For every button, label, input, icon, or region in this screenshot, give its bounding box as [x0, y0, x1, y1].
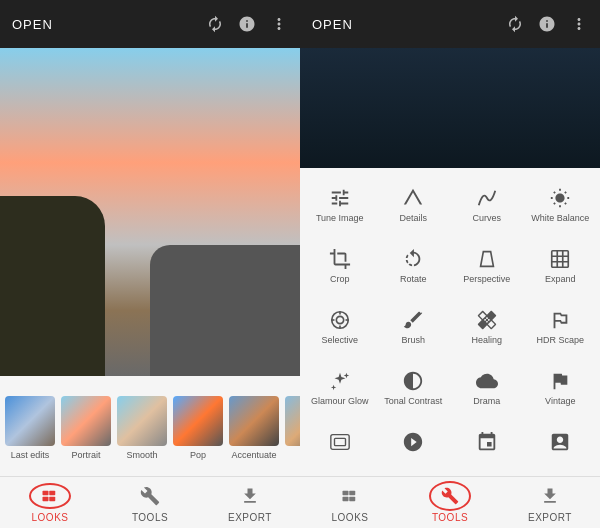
tool-brush[interactable]: Brush: [378, 298, 450, 357]
tool-white-balance[interactable]: White Balance: [525, 176, 597, 235]
left-header-title: OPEN: [12, 17, 206, 32]
filter-thumb: [61, 396, 111, 446]
tool-extra1[interactable]: [304, 420, 376, 468]
tool-details[interactable]: Details: [378, 176, 450, 235]
tool-vintage[interactable]: Vintage: [525, 359, 597, 418]
right-rotate-icon[interactable]: [506, 15, 524, 33]
photo: [0, 48, 300, 376]
left-more-icon[interactable]: [270, 15, 288, 33]
left-nav-looks-label: LOOKS: [32, 512, 69, 523]
photo-dark-overlay: [0, 196, 105, 376]
left-rotate-icon[interactable]: [206, 15, 224, 33]
tool-hdr-scape[interactable]: HDR Scape: [525, 298, 597, 357]
svg-rect-0: [43, 491, 49, 496]
tool-tune-image[interactable]: Tune Image: [304, 176, 376, 235]
right-header-icons: [506, 15, 588, 33]
filter-fac[interactable]: Fac: [284, 396, 300, 460]
tune-image-label: Tune Image: [316, 213, 364, 224]
right-more-icon[interactable]: [570, 15, 588, 33]
brush-label: Brush: [401, 335, 425, 346]
details-icon: [402, 187, 424, 209]
tool-healing[interactable]: Healing: [451, 298, 523, 357]
extra4-icon: [549, 431, 571, 453]
filter-portrait[interactable]: Portrait: [60, 396, 112, 460]
left-nav-tools[interactable]: TOOLS: [100, 482, 200, 523]
filter-thumb: [117, 396, 167, 446]
vintage-icon: [549, 370, 571, 392]
filter-thumb: [5, 396, 55, 446]
rotate-label: Rotate: [400, 274, 427, 285]
tool-crop[interactable]: Crop: [304, 237, 376, 296]
tool-tonal-contrast[interactable]: Tonal Contrast: [378, 359, 450, 418]
drama-label: Drama: [473, 396, 500, 407]
svg-rect-13: [343, 491, 349, 496]
svg-rect-12: [334, 438, 345, 445]
left-header: OPEN: [0, 0, 300, 48]
svg-rect-15: [343, 497, 349, 502]
filter-strip: Last edits Portrait Smooth Pop Accentuat…: [0, 376, 300, 476]
tool-curves[interactable]: Curves: [451, 176, 523, 235]
crop-label: Crop: [330, 274, 350, 285]
svg-rect-11: [331, 435, 349, 450]
right-export-icon: [532, 482, 568, 510]
tool-expand[interactable]: Expand: [525, 237, 597, 296]
tool-extra4[interactable]: [525, 420, 597, 468]
right-nav-tools[interactable]: TOOLS: [400, 482, 500, 523]
extra1-icon: [329, 431, 351, 453]
details-label: Details: [399, 213, 427, 224]
svg-rect-14: [349, 491, 355, 496]
left-info-icon[interactable]: [238, 15, 256, 33]
left-header-icons: [206, 15, 288, 33]
tool-extra3[interactable]: [451, 420, 523, 468]
looks-circle: [29, 483, 71, 509]
filter-pop[interactable]: Pop: [172, 396, 224, 460]
filter-thumb: [285, 396, 300, 446]
left-image-area: [0, 48, 300, 376]
export-icon-container: [232, 482, 268, 510]
svg-rect-3: [49, 497, 55, 502]
right-nav-export[interactable]: EXPORT: [500, 482, 600, 523]
left-bottom-nav: LOOKS TOOLS EXPORT: [0, 476, 300, 528]
tool-selective[interactable]: Selective: [304, 298, 376, 357]
tools-grid: Tune Image Details Curves: [300, 168, 600, 476]
left-nav-tools-label: TOOLS: [132, 512, 168, 523]
left-nav-export[interactable]: EXPORT: [200, 482, 300, 523]
right-header: OPEN: [300, 0, 600, 48]
right-header-title: OPEN: [312, 17, 506, 32]
filter-label: Accentuate: [231, 450, 276, 460]
crop-icon: [329, 248, 351, 270]
selective-label: Selective: [321, 335, 358, 346]
filter-last-edits[interactable]: Last edits: [4, 396, 56, 460]
right-image-area: [300, 48, 600, 168]
svg-rect-2: [43, 497, 49, 502]
tool-glamour-glow[interactable]: Glamour Glow: [304, 359, 376, 418]
right-tools-icon: [432, 482, 468, 510]
tool-perspective[interactable]: Perspective: [451, 237, 523, 296]
drama-icon: [476, 370, 498, 392]
filter-accentuate[interactable]: Accentuate: [228, 396, 280, 460]
filter-smooth[interactable]: Smooth: [116, 396, 168, 460]
curves-icon: [476, 187, 498, 209]
tonal-contrast-label: Tonal Contrast: [384, 396, 442, 407]
tool-rotate[interactable]: Rotate: [378, 237, 450, 296]
left-nav-looks[interactable]: LOOKS: [0, 482, 100, 523]
healing-icon: [476, 309, 498, 331]
glamour-glow-icon: [329, 370, 351, 392]
looks-icon-container: [32, 482, 68, 510]
tools-icon-container: [132, 482, 168, 510]
right-info-icon[interactable]: [538, 15, 556, 33]
expand-label: Expand: [545, 274, 576, 285]
tool-drama[interactable]: Drama: [451, 359, 523, 418]
left-nav-export-label: EXPORT: [228, 512, 272, 523]
filter-label: Portrait: [71, 450, 100, 460]
right-nav-looks-label: LOOKS: [332, 512, 369, 523]
left-panel: OPEN: [0, 0, 300, 528]
tune-image-icon: [329, 187, 351, 209]
right-looks-icon: [332, 482, 368, 510]
right-panel: OPEN: [300, 0, 600, 528]
tool-extra2[interactable]: [378, 420, 450, 468]
filter-thumb: [229, 396, 279, 446]
right-nav-looks[interactable]: LOOKS: [300, 482, 400, 523]
perspective-label: Perspective: [463, 274, 510, 285]
photo-rock-overlay: [150, 245, 300, 376]
